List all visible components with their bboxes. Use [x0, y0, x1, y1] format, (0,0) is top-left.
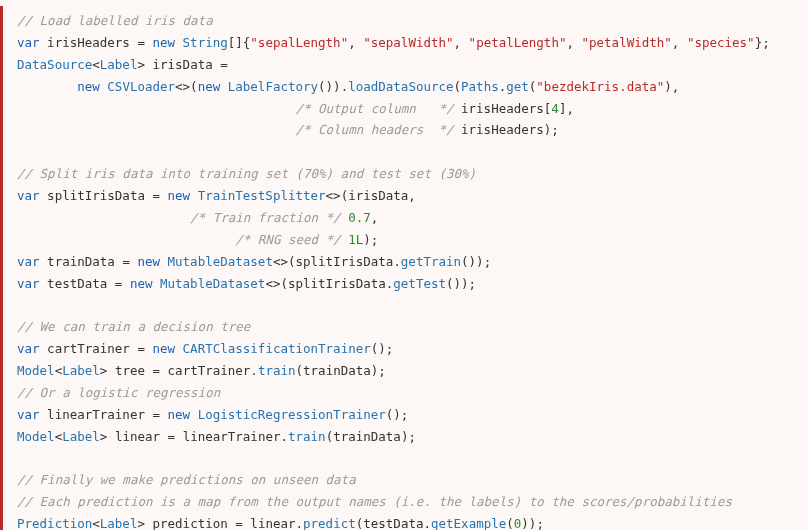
- token-ty: Model: [17, 429, 55, 444]
- token-op: (trainData);: [326, 429, 416, 444]
- token-op: <>(irisData,: [326, 188, 416, 203]
- token-op: ,: [348, 35, 363, 50]
- code-line: new CSVLoader<>(new LabelFactory()).load…: [17, 79, 679, 94]
- token-cm: // Finally we make predictions on unseen…: [17, 472, 356, 487]
- token-ty: CSVLoader: [107, 79, 175, 94]
- token-op: =: [235, 516, 250, 530]
- token-op: ],: [559, 101, 574, 116]
- token-id: trainData: [40, 254, 123, 269]
- code-line: Prediction<Label> prediction = linear.pr…: [17, 516, 544, 530]
- token-id: linearTrainer: [40, 407, 153, 422]
- token-op: =: [153, 363, 168, 378]
- token-kw: var: [17, 276, 40, 291]
- token-id: linearTrainer.: [183, 429, 288, 444]
- token-op: ),: [664, 79, 679, 94]
- token-ty: DataSource: [17, 57, 92, 72]
- token-op: ());: [446, 276, 476, 291]
- token-ty: MutableDataset: [160, 276, 265, 291]
- token-id: testData: [40, 276, 115, 291]
- token-id: irisHeaders[: [454, 101, 552, 116]
- token-ty: Label: [100, 57, 138, 72]
- code-content: // Load labelled iris data var irisHeade…: [17, 13, 770, 530]
- token-id: linear: [115, 429, 168, 444]
- token-op: );: [363, 232, 378, 247]
- code-line: var cartTrainer = new CARTClassification…: [17, 341, 393, 356]
- code-line: Model<Label> linear = linearTrainer.trai…: [17, 429, 416, 444]
- token-fn: train: [258, 363, 296, 378]
- token-op: ();: [386, 407, 409, 422]
- token-ty: Paths: [461, 79, 499, 94]
- token-kw: new: [152, 35, 175, 50]
- code-line: var trainData = new MutableDataset<>(spl…: [17, 254, 491, 269]
- token-cm: // Split iris data into training set (70…: [17, 166, 476, 181]
- token-id: [17, 79, 77, 94]
- token-op: ,: [566, 35, 581, 50]
- token-cm: // We can train a decision tree: [17, 319, 250, 334]
- token-op: =: [168, 429, 183, 444]
- token-ty: Model: [17, 363, 55, 378]
- token-fn: train: [288, 429, 326, 444]
- code-line: /* Column headers */ irisHeaders);: [17, 122, 559, 137]
- token-fn: predict: [303, 516, 356, 530]
- token-op: (: [454, 79, 462, 94]
- token-kw: new: [130, 276, 153, 291]
- token-str: "petalLength": [469, 35, 567, 50]
- token-id: [220, 79, 228, 94]
- code-line: Model<Label> tree = cartTrainer.train(tr…: [17, 363, 386, 378]
- token-cm: // Or a logistic regression: [17, 385, 220, 400]
- code-line: var irisHeaders = new String[]{"sepalLen…: [17, 35, 770, 50]
- token-op: =: [122, 254, 137, 269]
- token-op: ,: [454, 35, 469, 50]
- token-op: (testData.: [356, 516, 431, 530]
- code-line: var splitIrisData = new TrainTestSplitte…: [17, 188, 416, 203]
- token-kw: var: [17, 254, 40, 269]
- token-op: =: [137, 341, 152, 356]
- token-id: irisHeaders);: [454, 122, 559, 137]
- token-op: []{: [228, 35, 251, 50]
- token-ty: LogisticRegressionTrainer: [198, 407, 386, 422]
- code-line: /* RNG seed */ 1L);: [17, 232, 378, 247]
- token-op: ();: [371, 341, 394, 356]
- token-kw: var: [17, 341, 40, 356]
- token-op: >: [100, 429, 115, 444]
- token-cm: // Each prediction is a map from the out…: [17, 494, 732, 509]
- token-op: =: [152, 188, 167, 203]
- token-id: [175, 35, 183, 50]
- token-cm: // Load labelled iris data: [17, 13, 213, 28]
- token-op: =: [152, 407, 167, 422]
- token-id: [341, 232, 349, 247]
- token-str: "bezdekIris.data": [536, 79, 664, 94]
- token-op: <>(splitIrisData.: [273, 254, 401, 269]
- token-str: "sepalWidth": [363, 35, 453, 50]
- token-op: >: [137, 516, 152, 530]
- token-kw: new: [77, 79, 100, 94]
- token-cm: /* Train fraction */: [190, 210, 341, 225]
- token-ty: CARTClassificationTrainer: [183, 341, 371, 356]
- code-line: // Finally we make predictions on unseen…: [17, 472, 356, 487]
- token-fn: getTest: [393, 276, 446, 291]
- token-id: [175, 341, 183, 356]
- token-id: [160, 254, 168, 269]
- token-id: cartTrainer.: [168, 363, 258, 378]
- token-ty: MutableDataset: [168, 254, 273, 269]
- token-num: 1L: [348, 232, 363, 247]
- token-id: [152, 276, 160, 291]
- token-id: irisData: [153, 57, 221, 72]
- token-op: ());: [461, 254, 491, 269]
- token-ty: LabelFactory: [228, 79, 318, 94]
- token-id: [190, 407, 198, 422]
- code-line: /* Train fraction */ 0.7,: [17, 210, 378, 225]
- token-id: irisHeaders: [40, 35, 138, 50]
- token-op: >: [137, 57, 152, 72]
- token-id: [17, 122, 295, 137]
- token-kw: new: [152, 341, 175, 356]
- token-op: ()).: [318, 79, 348, 94]
- token-op: };: [755, 35, 770, 50]
- token-ty: Label: [62, 429, 100, 444]
- token-op: =: [220, 57, 228, 72]
- token-id: [17, 232, 235, 247]
- token-ty: TrainTestSplitter: [198, 188, 326, 203]
- code-line: var linearTrainer = new LogisticRegressi…: [17, 407, 408, 422]
- token-num: 4: [551, 101, 559, 116]
- token-cm: /* RNG seed */: [235, 232, 340, 247]
